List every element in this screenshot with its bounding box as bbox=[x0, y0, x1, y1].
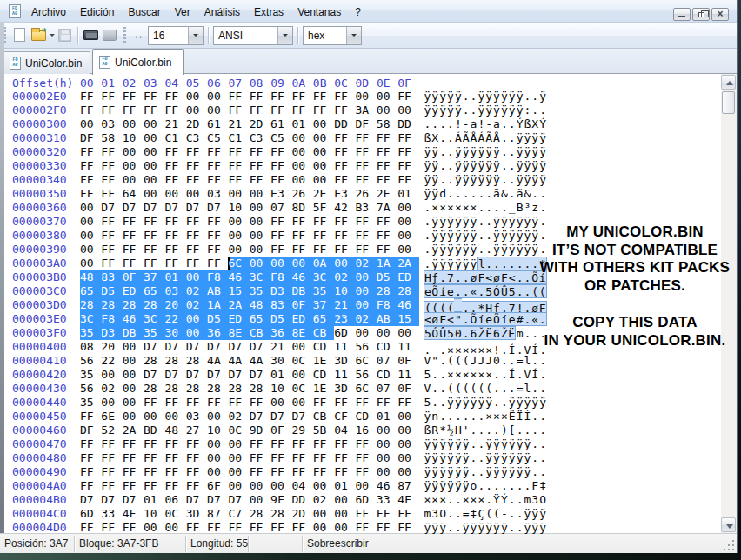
hex-byte[interactable]: C7 bbox=[228, 507, 249, 521]
ascii-char[interactable]: × bbox=[500, 410, 508, 423]
hex-byte[interactable]: 00 bbox=[397, 465, 418, 479]
ascii-char[interactable]: ÿ bbox=[454, 479, 462, 493]
hex-byte[interactable]: FF bbox=[80, 159, 101, 173]
ascii-char[interactable]: . bbox=[431, 396, 439, 410]
ascii-char[interactable]: . bbox=[516, 284, 524, 298]
ascii-char[interactable]: ( bbox=[493, 507, 501, 521]
hex-byte[interactable]: FF bbox=[123, 479, 144, 493]
hex-byte[interactable]: 0F bbox=[397, 382, 418, 396]
ascii-char[interactable]: ÿ bbox=[431, 257, 439, 271]
hex-byte[interactable]: 56 bbox=[80, 354, 101, 368]
ascii-char[interactable]: ÿ bbox=[424, 145, 431, 159]
ascii-char[interactable]: ÿ bbox=[447, 465, 455, 479]
ascii-char[interactable]: ( bbox=[462, 354, 470, 368]
hex-byte[interactable]: 21 bbox=[164, 117, 185, 131]
hex-byte[interactable]: 16 bbox=[355, 423, 376, 437]
hex-byte[interactable]: FF bbox=[270, 243, 291, 257]
hex-byte[interactable]: FF bbox=[334, 451, 355, 465]
hex-byte[interactable]: FF bbox=[397, 173, 418, 187]
ascii-char[interactable]: ÿ bbox=[485, 396, 493, 410]
ascii-char[interactable]: [ bbox=[508, 423, 516, 437]
ascii-char[interactable]: . bbox=[439, 117, 447, 131]
ascii-char[interactable]: ÿ bbox=[524, 145, 531, 159]
ascii-char[interactable]: . bbox=[447, 159, 455, 173]
ascii-char[interactable]: . bbox=[516, 368, 524, 382]
hex-byte[interactable]: D5 bbox=[101, 284, 122, 298]
ascii-char[interactable]: m bbox=[524, 493, 531, 507]
ascii-char[interactable]: . bbox=[500, 131, 508, 145]
ascii-char[interactable]: ÿ bbox=[447, 229, 455, 243]
ascii-char[interactable]: . bbox=[485, 493, 493, 507]
ascii-char[interactable]: . bbox=[447, 521, 455, 535]
hex-byte[interactable]: FF bbox=[144, 90, 164, 103]
hex-byte[interactable]: FF bbox=[101, 451, 122, 465]
hex-byte[interactable]: FF bbox=[186, 479, 207, 493]
ascii-char[interactable]: . bbox=[477, 243, 485, 257]
hex-byte[interactable]: FF bbox=[377, 145, 397, 159]
ascii-char[interactable]: _ bbox=[508, 201, 516, 215]
hex-byte[interactable]: 03 bbox=[101, 117, 122, 131]
ascii-char[interactable]: . bbox=[470, 423, 477, 437]
ascii-char[interactable]: . bbox=[508, 479, 516, 493]
ascii-char[interactable]: . bbox=[508, 187, 516, 201]
hex-byte[interactable]: 21 bbox=[228, 117, 249, 131]
ascii-char[interactable]: ÿ bbox=[531, 521, 539, 535]
ascii-char[interactable]: H bbox=[424, 270, 431, 284]
ascii-char[interactable]: . bbox=[439, 396, 447, 410]
hex-byte[interactable]: FF bbox=[334, 131, 355, 145]
hex-byte[interactable]: 00 bbox=[397, 326, 418, 340]
hex-byte[interactable]: F8 bbox=[377, 298, 397, 312]
hex-byte[interactable]: 00 bbox=[291, 257, 312, 270]
ascii-char[interactable]: ÿ bbox=[493, 173, 501, 187]
hex-byte[interactable]: FF bbox=[355, 145, 376, 159]
hex-byte[interactable]: FF bbox=[250, 396, 270, 410]
hex-byte[interactable]: FF bbox=[101, 173, 122, 187]
hex-byte[interactable]: 1A bbox=[377, 257, 397, 270]
hex-byte[interactable]: FF bbox=[144, 257, 164, 270]
hex-byte[interactable]: FF bbox=[123, 243, 144, 257]
hex-byte[interactable]: 6D bbox=[80, 507, 101, 521]
ascii-char[interactable]: z bbox=[531, 201, 539, 215]
hex-byte[interactable]: 08 bbox=[80, 340, 101, 354]
hex-byte[interactable]: FF bbox=[313, 90, 334, 103]
open-dropdown-arrow-icon[interactable] bbox=[50, 34, 55, 39]
hex-byte[interactable]: FF bbox=[334, 159, 355, 173]
hex-byte[interactable]: FF bbox=[123, 257, 144, 270]
ascii-char[interactable]: × bbox=[424, 493, 431, 507]
ascii-char[interactable]: Õ bbox=[431, 284, 439, 298]
hex-byte[interactable]: D3 bbox=[101, 326, 122, 340]
ascii-char[interactable]: . bbox=[477, 284, 485, 298]
hex-byte[interactable]: 10 bbox=[123, 131, 144, 145]
hex-byte[interactable]: FF bbox=[377, 159, 397, 173]
ascii-char[interactable]: ÿ bbox=[508, 90, 516, 103]
hex-byte[interactable]: 30 bbox=[270, 354, 291, 368]
hex-byte[interactable]: FF bbox=[123, 215, 144, 229]
ascii-char[interactable]: . bbox=[508, 159, 516, 173]
hex-byte[interactable]: 87 bbox=[207, 507, 228, 521]
hex-byte[interactable]: FF bbox=[377, 229, 397, 243]
ascii-char[interactable]: ½ bbox=[447, 423, 455, 437]
hex-byte[interactable]: FF bbox=[313, 451, 334, 465]
ascii-char[interactable]: . bbox=[500, 382, 508, 396]
ascii-char[interactable]: ÿ bbox=[477, 396, 485, 410]
ascii-char[interactable]: . bbox=[508, 131, 516, 145]
menu-ver[interactable]: Ver bbox=[168, 3, 197, 20]
hex-byte[interactable]: 1E bbox=[313, 382, 334, 396]
ascii-char[interactable]: . bbox=[454, 507, 462, 521]
hex-byte[interactable]: FF bbox=[270, 159, 291, 173]
ascii-char[interactable]: . bbox=[524, 90, 531, 103]
hex-byte[interactable]: CD bbox=[313, 368, 334, 382]
hex-byte[interactable]: FF bbox=[123, 90, 144, 103]
hex-byte[interactable]: 20 bbox=[101, 340, 122, 354]
hex-byte[interactable]: FF bbox=[250, 145, 270, 159]
ascii-char[interactable]: × bbox=[431, 201, 439, 215]
ascii-char[interactable]: ÿ bbox=[462, 215, 470, 229]
ascii-char[interactable]: ÿ bbox=[485, 173, 493, 187]
ascii-char[interactable]: ÿ bbox=[493, 451, 501, 465]
ascii-char[interactable]: . bbox=[439, 354, 447, 368]
menu-ventanas[interactable]: Ventanas bbox=[290, 3, 348, 20]
ascii-char[interactable]: Ã bbox=[485, 131, 493, 145]
save-button[interactable] bbox=[56, 26, 75, 45]
ascii-char[interactable]: ÿ bbox=[470, 257, 477, 271]
hex-byte[interactable]: FF bbox=[250, 437, 270, 451]
